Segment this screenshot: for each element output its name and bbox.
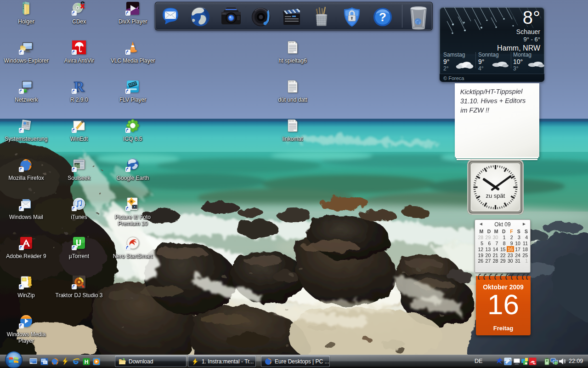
svg-text:H: H	[85, 359, 89, 365]
svg-text:?: ?	[379, 10, 386, 24]
svg-text:zu spät: zu spät	[486, 192, 505, 199]
